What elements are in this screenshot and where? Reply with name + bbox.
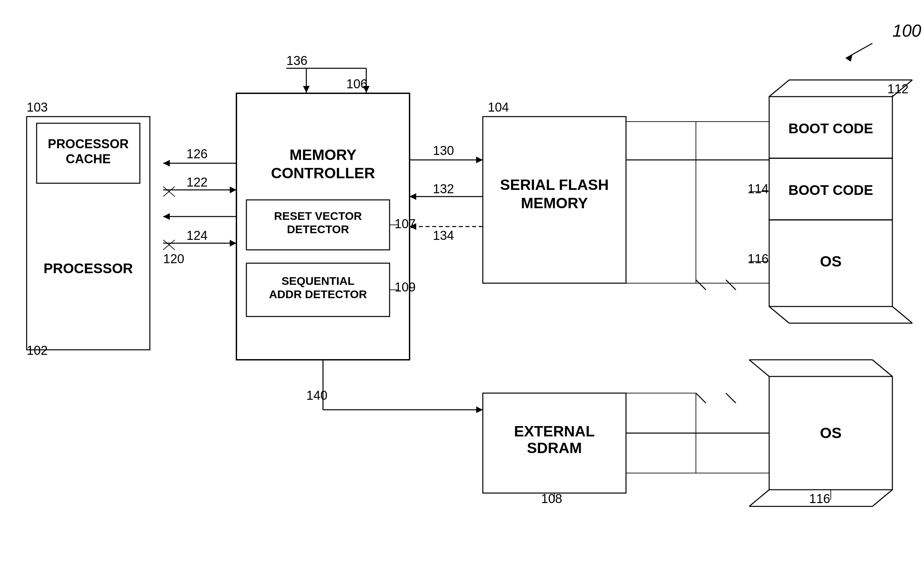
svg-rect-2 bbox=[27, 117, 150, 350]
svg-text:126: 126 bbox=[186, 147, 208, 161]
svg-marker-87 bbox=[410, 193, 416, 200]
svg-marker-15 bbox=[303, 86, 310, 93]
figure-number: 100 bbox=[892, 21, 921, 40]
svg-text:104: 104 bbox=[488, 100, 509, 114]
svg-text:114: 114 bbox=[747, 182, 768, 196]
svg-text:134: 134 bbox=[433, 228, 454, 242]
svg-line-0 bbox=[846, 43, 872, 58]
svg-text:140: 140 bbox=[306, 389, 327, 403]
svg-text:112: 112 bbox=[887, 82, 909, 96]
svg-text:ADDR DETECTOR: ADDR DETECTOR bbox=[269, 288, 367, 301]
svg-text:PROCESSOR: PROCESSOR bbox=[44, 261, 133, 276]
svg-text:132: 132 bbox=[433, 182, 454, 196]
svg-line-64 bbox=[872, 490, 892, 506]
svg-line-60 bbox=[749, 360, 769, 377]
svg-text:122: 122 bbox=[186, 175, 208, 189]
svg-text:116: 116 bbox=[809, 492, 830, 506]
svg-text:102: 102 bbox=[27, 343, 48, 358]
svg-text:MEMORY: MEMORY bbox=[290, 146, 357, 163]
svg-text:109: 109 bbox=[394, 280, 416, 294]
svg-text:RESET VECTOR: RESET VECTOR bbox=[274, 210, 362, 222]
svg-text:120: 120 bbox=[163, 252, 184, 266]
svg-text:MEMORY: MEMORY bbox=[521, 194, 588, 211]
svg-text:136: 136 bbox=[286, 54, 307, 68]
svg-text:107: 107 bbox=[394, 217, 416, 231]
svg-line-102 bbox=[696, 280, 706, 290]
svg-text:OS: OS bbox=[820, 424, 841, 441]
svg-text:130: 130 bbox=[433, 144, 454, 157]
svg-text:BOOT CODE: BOOT CODE bbox=[788, 120, 873, 136]
svg-line-63 bbox=[749, 490, 769, 506]
svg-text:SEQUENTIAL: SEQUENTIAL bbox=[281, 275, 354, 287]
circuit-diagram: 100 PROCESSOR CACHE PROCESSOR 103 102 ME… bbox=[0, 0, 924, 571]
svg-text:SDRAM: SDRAM bbox=[527, 440, 582, 457]
svg-line-106 bbox=[726, 393, 736, 403]
svg-marker-84 bbox=[476, 157, 483, 163]
svg-text:EXTERNAL: EXTERNAL bbox=[514, 423, 595, 440]
svg-text:CACHE: CACHE bbox=[66, 152, 111, 166]
svg-text:103: 103 bbox=[27, 100, 48, 114]
svg-text:116: 116 bbox=[747, 252, 768, 266]
svg-text:CONTROLLER: CONTROLLER bbox=[271, 165, 375, 182]
svg-line-49 bbox=[892, 307, 912, 323]
diagram: 100 PROCESSOR CACHE PROCESSOR 103 102 ME… bbox=[0, 0, 924, 571]
svg-marker-94 bbox=[476, 406, 483, 413]
svg-marker-77 bbox=[230, 240, 236, 247]
svg-line-37 bbox=[769, 80, 789, 97]
svg-text:DETECTOR: DETECTOR bbox=[287, 223, 349, 236]
svg-marker-71 bbox=[230, 187, 236, 193]
svg-line-105 bbox=[696, 393, 706, 403]
svg-text:PROCESSOR: PROCESSOR bbox=[48, 137, 129, 151]
svg-marker-74 bbox=[163, 213, 170, 220]
svg-text:BOOT CODE: BOOT CODE bbox=[788, 182, 873, 198]
svg-line-61 bbox=[872, 360, 892, 377]
svg-text:124: 124 bbox=[186, 228, 208, 242]
svg-text:OS: OS bbox=[820, 253, 841, 270]
svg-text:108: 108 bbox=[541, 492, 562, 506]
svg-text:SERIAL FLASH: SERIAL FLASH bbox=[500, 176, 609, 193]
svg-line-48 bbox=[769, 307, 789, 323]
svg-text:106: 106 bbox=[346, 77, 367, 91]
svg-line-103 bbox=[726, 280, 736, 290]
